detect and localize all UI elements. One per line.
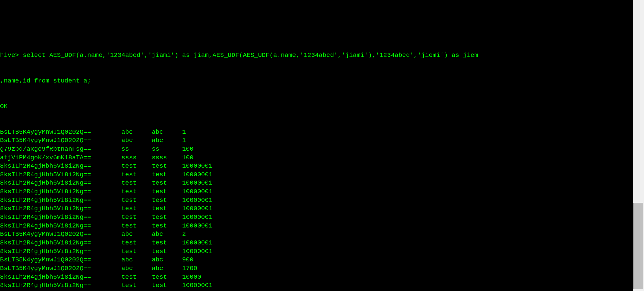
table-row: BsLTB5K4ygyMnwJ1Q0202Q== abc abc 2: [0, 230, 633, 239]
result-rows: BsLTB5K4ygyMnwJ1Q0202Q== abc abc 1BsLTB5…: [0, 128, 633, 291]
table-row: 8ksILh2R4gjHbh5Vi8i2Ng== test test 10000…: [0, 188, 633, 196]
table-row: 8ksILh2R4gjHbh5Vi8i2Ng== test test 10000…: [0, 213, 633, 222]
table-row: BsLTB5K4ygyMnwJ1Q0202Q== abc abc 1: [0, 128, 633, 137]
ok-status: OK: [0, 102, 633, 111]
terminal-output[interactable]: hive> select AES_UDF(a.name,'1234abcd','…: [0, 34, 633, 291]
table-row: BsLTB5K4ygyMnwJ1Q0202Q== abc abc 1700: [0, 264, 633, 273]
table-row: BsLTB5K4ygyMnwJ1Q0202Q== abc abc 900: [0, 256, 633, 264]
table-row: 8ksILh2R4gjHbh5Vi8i2Ng== test test 10000…: [0, 281, 633, 290]
table-row: 8ksILh2R4gjHbh5Vi8i2Ng== test test 10000…: [0, 222, 633, 230]
table-row: 8ksILh2R4gjHbh5Vi8i2Ng== test test 10000…: [0, 196, 633, 205]
table-row: 8ksILh2R4gjHbh5Vi8i2Ng== test test 10000: [0, 273, 633, 282]
table-row: 8ksILh2R4gjHbh5Vi8i2Ng== test test 10000…: [0, 171, 633, 179]
scrollbar-track[interactable]: [633, 0, 644, 291]
table-row: 8ksILh2R4gjHbh5Vi8i2Ng== test test 10000…: [0, 247, 633, 256]
table-row: BsLTB5K4ygyMnwJ1Q0202Q== abc abc 1: [0, 136, 633, 145]
scrollbar-thumb[interactable]: [633, 203, 643, 289]
query-line-2: ,name,id from student a;: [0, 77, 633, 85]
table-row: 8ksILh2R4gjHbh5Vi8i2Ng== test test 10000…: [0, 179, 633, 188]
table-row: 8ksILh2R4gjHbh5Vi8i2Ng== test test 10000…: [0, 239, 633, 247]
query-line-1: hive> select AES_UDF(a.name,'1234abcd','…: [0, 51, 633, 60]
table-row: 8ksILh2R4gjHbh5Vi8i2Ng== test test 10000…: [0, 162, 633, 171]
table-row: 8ksILh2R4gjHbh5Vi8i2Ng== test test 10000…: [0, 205, 633, 213]
table-row: atjViPM4goK/xv6mK18aTA== ssss ssss 100: [0, 154, 633, 162]
table-row: g79zbd/axgo9fRbtnanFsg== ss ss 100: [0, 145, 633, 154]
